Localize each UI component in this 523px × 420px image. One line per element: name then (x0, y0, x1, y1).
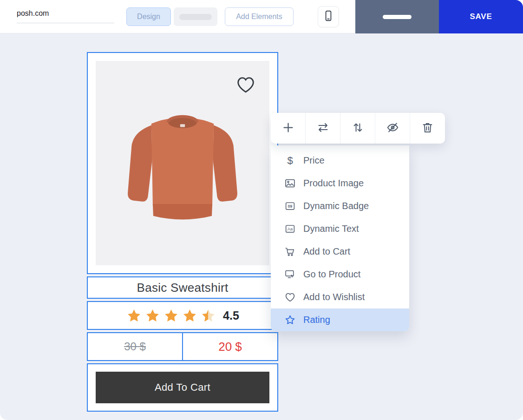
swap-horizontal-button[interactable] (306, 113, 340, 144)
menu-item-go-to-product[interactable]: Go to Product (271, 263, 409, 286)
menu-item-label: Product Image (303, 178, 364, 189)
star-full-icon (144, 308, 161, 324)
secondary-action-pill (383, 15, 412, 19)
star-full-icon (163, 308, 179, 324)
product-card[interactable]: Basic Sweatshirt 4.5 30 $ 20 $ Add To Ca… (87, 52, 278, 412)
hide-element-button[interactable] (375, 113, 410, 144)
star-half-icon (200, 308, 216, 324)
page: posh.com Design Add Elements SAVE (0, 0, 523, 420)
menu-item-label: Dynamic Text (303, 223, 359, 234)
go-to-product-icon (284, 268, 296, 281)
cart-icon (284, 245, 296, 258)
menu-item-label: Add to Wishlist (303, 292, 365, 302)
product-image-block[interactable] (87, 52, 278, 274)
menu-item-rating[interactable]: Rating (271, 308, 409, 331)
svg-text:Aa: Aa (288, 227, 293, 231)
site-url-field[interactable]: posh.com (17, 9, 114, 23)
svg-text:09: 09 (288, 204, 293, 209)
image-icon (284, 177, 296, 190)
menu-item-dynamic-text[interactable]: Aa Dynamic Text (271, 217, 409, 240)
product-price-block[interactable]: 30 $ 20 $ (87, 332, 278, 361)
topbar: posh.com Design Add Elements SAVE (0, 0, 523, 33)
star-full-icon (182, 308, 198, 324)
add-elements-label: Add Elements (236, 13, 282, 21)
heart-icon (284, 291, 296, 303)
menu-item-label: Dynamic Badge (303, 201, 369, 211)
dynamic-text-icon: Aa (284, 223, 296, 235)
save-button-label: SAVE (470, 12, 492, 21)
product-title: Basic Sweatshirt (137, 281, 229, 295)
menu-item-dynamic-badge[interactable]: 09 Dynamic Badge (271, 195, 409, 217)
dollar-icon: $ (284, 154, 296, 167)
menu-item-add-to-cart[interactable]: Add to Cart (271, 240, 409, 263)
star-icon (284, 314, 296, 326)
phone-icon (322, 10, 334, 24)
wishlist-heart-icon[interactable] (235, 74, 256, 95)
secondary-action-button[interactable] (355, 0, 439, 33)
new-price: 20 $ (183, 333, 277, 360)
menu-item-price[interactable]: $ Price (271, 149, 409, 172)
sweatshirt-photo (111, 97, 255, 229)
edit-toolbar (271, 113, 445, 144)
menu-item-label: Rating (303, 315, 330, 325)
rating-value: 4.5 (223, 309, 239, 322)
add-element-menu: $ Price Product Image 09 Dynamic Badge A… (271, 145, 409, 331)
editor-canvas: Basic Sweatshirt 4.5 30 $ 20 $ Add To Ca… (0, 33, 523, 420)
swap-horizontal-icon (317, 121, 329, 136)
add-to-cart-block: Add To Cart (87, 363, 278, 412)
trash-icon (421, 121, 434, 136)
add-element-button[interactable] (271, 113, 306, 144)
save-button[interactable]: SAVE (439, 0, 523, 33)
delete-element-button[interactable] (410, 113, 445, 144)
menu-item-label: Price (303, 155, 325, 166)
star-full-icon (126, 308, 142, 324)
product-title-block[interactable]: Basic Sweatshirt (87, 276, 278, 299)
plus-icon (282, 121, 294, 136)
add-elements-button[interactable]: Add Elements (225, 7, 294, 26)
design-tab[interactable]: Design (126, 7, 171, 26)
badge-icon: 09 (284, 200, 296, 212)
placeholder-pill (179, 14, 212, 20)
menu-item-label: Add to Cart (303, 246, 350, 257)
inactive-tab-placeholder[interactable] (174, 7, 217, 26)
swap-vertical-icon (352, 121, 364, 136)
swap-vertical-button[interactable] (340, 113, 375, 144)
product-image (96, 61, 269, 265)
eye-off-icon (386, 121, 399, 136)
design-tab-label: Design (137, 13, 160, 21)
product-rating-block[interactable]: 4.5 (87, 301, 278, 330)
menu-item-add-to-wishlist[interactable]: Add to Wishlist (271, 286, 409, 308)
add-to-cart-button[interactable]: Add To Cart (96, 372, 269, 403)
old-price: 30 $ (88, 333, 183, 360)
menu-item-label: Go to Product (303, 269, 360, 280)
menu-item-product-image[interactable]: Product Image (271, 172, 409, 195)
mobile-preview-button[interactable] (318, 6, 339, 27)
